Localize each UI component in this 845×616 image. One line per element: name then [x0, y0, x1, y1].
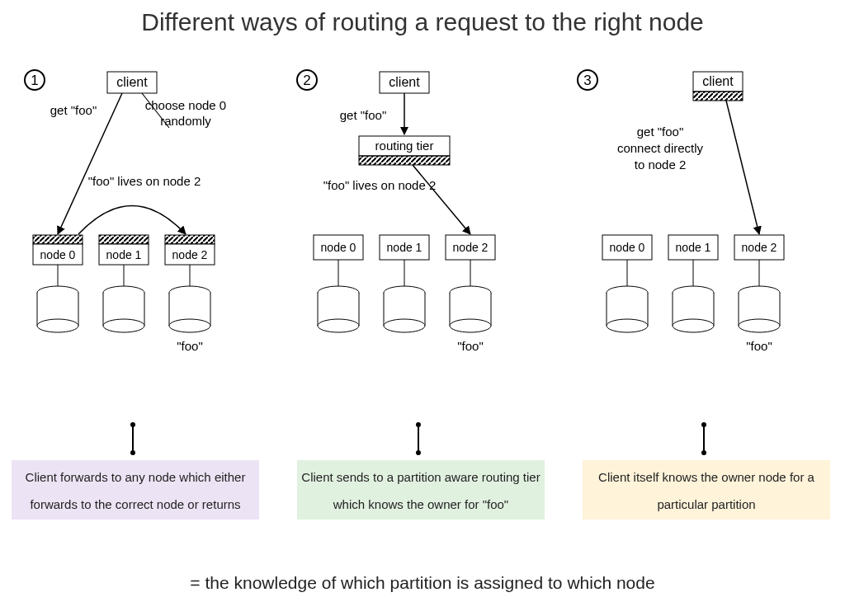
svg-text:get "foo": get "foo"	[637, 125, 684, 139]
svg-point-106	[739, 319, 780, 332]
svg-point-101	[673, 319, 714, 332]
svg-text:node 1: node 1	[106, 248, 142, 261]
svg-text:node 2: node 2	[172, 248, 208, 261]
svg-text:1: 1	[31, 73, 38, 88]
svg-point-96	[607, 319, 648, 332]
svg-text:"foo": "foo"	[746, 339, 772, 353]
svg-text:to node 2: to node 2	[635, 158, 687, 172]
diagrams-svg: 1 client get "foo" choose node 0 randoml…	[0, 54, 845, 449]
legend: = the knowledge of which partition is as…	[0, 573, 845, 593]
svg-text:node 2: node 2	[742, 241, 777, 254]
svg-text:"foo" lives on node 2: "foo" lives on node 2	[88, 174, 201, 188]
svg-rect-13	[99, 235, 149, 244]
svg-text:"foo" lives on node 2: "foo" lives on node 2	[323, 178, 437, 192]
svg-text:node 1: node 1	[387, 241, 422, 254]
svg-rect-10	[33, 235, 83, 244]
svg-text:connect directly: connect directly	[617, 141, 704, 155]
caption-2: Client sends to a partition aware routin…	[297, 460, 545, 520]
svg-text:get "foo": get "foo"	[50, 103, 97, 117]
svg-point-72	[450, 319, 491, 332]
bracket-icon	[416, 425, 421, 453]
caption-3: Client itself knows the owner node for a…	[583, 460, 830, 520]
svg-text:node 2: node 2	[453, 241, 489, 254]
svg-text:get "foo": get "foo"	[340, 108, 387, 122]
svg-text:3: 3	[583, 73, 591, 88]
caption-1: Client forwards to any node which either…	[12, 460, 259, 520]
bracket-icon	[130, 425, 135, 453]
svg-point-36	[169, 319, 210, 332]
legend-text: = the knowledge of which partition is as…	[190, 573, 654, 592]
bracket-icon	[701, 425, 706, 453]
svg-text:choose node 0: choose node 0	[145, 98, 226, 112]
svg-text:client: client	[116, 75, 148, 89]
svg-text:node 1: node 1	[676, 241, 711, 254]
svg-text:randomly: randomly	[160, 114, 211, 128]
svg-point-67	[384, 319, 425, 332]
svg-text:node 0: node 0	[321, 241, 356, 254]
svg-text:client: client	[389, 75, 420, 89]
svg-text:client: client	[702, 74, 734, 88]
page-title: Different ways of routing a request to t…	[0, 8, 845, 36]
svg-rect-16	[165, 235, 215, 244]
svg-rect-78	[693, 92, 743, 101]
svg-text:2: 2	[303, 73, 310, 88]
svg-rect-46	[359, 156, 450, 165]
svg-line-47	[413, 165, 470, 234]
svg-point-31	[103, 319, 144, 332]
svg-text:node 0: node 0	[40, 248, 76, 261]
svg-text:"foo": "foo"	[177, 339, 203, 353]
svg-text:routing tier: routing tier	[375, 139, 434, 153]
diagram-page: Different ways of routing a request to t…	[0, 0, 845, 616]
svg-point-62	[318, 319, 359, 332]
svg-point-26	[37, 319, 78, 332]
svg-text:node 0: node 0	[610, 241, 645, 254]
svg-text:"foo": "foo"	[457, 339, 484, 353]
svg-line-79	[726, 101, 759, 234]
